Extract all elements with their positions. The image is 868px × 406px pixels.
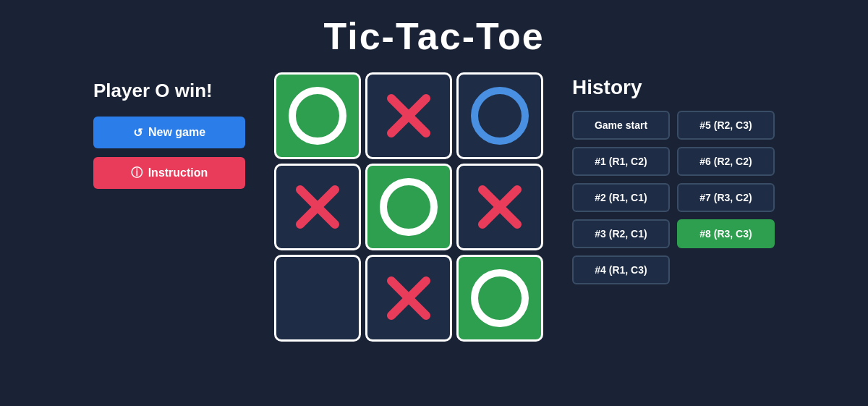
info-icon: ⓘ xyxy=(131,166,142,181)
history-item-3[interactable]: #3 (R2, C1) xyxy=(572,219,670,248)
x-symbol-3 xyxy=(289,178,346,236)
x-symbol-1 xyxy=(380,87,438,145)
history-left-col: Game start #1 (R1, C2) #2 (R1, C1) #3 (R… xyxy=(572,111,670,284)
instruction-label: Instruction xyxy=(148,166,208,179)
cell-5[interactable] xyxy=(456,164,543,250)
cell-0[interactable] xyxy=(274,72,361,159)
x-symbol-7 xyxy=(380,269,438,327)
cell-6[interactable] xyxy=(274,255,361,342)
x-symbol-5 xyxy=(471,178,529,236)
history-item-5[interactable]: #5 (R2, C3) xyxy=(677,111,775,140)
history-grid: Game start #1 (R1, C2) #2 (R1, C1) #3 (R… xyxy=(572,111,775,284)
o-symbol-8 xyxy=(471,269,529,327)
refresh-icon: ↺ xyxy=(133,126,142,140)
history-item-8[interactable]: #8 (R3, C3) xyxy=(677,219,775,248)
history-item-4[interactable]: #4 (R1, C3) xyxy=(572,255,670,284)
page-title: Tic-Tac-Toe xyxy=(323,14,544,58)
o-symbol-4 xyxy=(380,178,438,236)
main-content: Player O win! ↺ New game ⓘ Instruction xyxy=(14,72,854,342)
history-item-1[interactable]: #1 (R1, C2) xyxy=(572,147,670,176)
history-item-game-start[interactable]: Game start xyxy=(572,111,670,140)
new-game-button[interactable]: ↺ New game xyxy=(93,117,245,148)
instruction-button[interactable]: ⓘ Instruction xyxy=(93,157,245,189)
o-symbol-2 xyxy=(471,87,529,145)
new-game-label: New game xyxy=(148,126,205,139)
win-message: Player O win! xyxy=(93,80,213,102)
cell-3[interactable] xyxy=(274,164,361,250)
history-item-2[interactable]: #2 (R1, C1) xyxy=(572,183,670,212)
left-panel: Player O win! ↺ New game ⓘ Instruction xyxy=(93,72,245,198)
cell-4[interactable] xyxy=(365,164,452,250)
history-panel: History Game start #1 (R1, C2) #2 (R1, C… xyxy=(572,72,775,284)
history-item-7[interactable]: #7 (R3, C2) xyxy=(677,183,775,212)
history-item-6[interactable]: #6 (R2, C2) xyxy=(677,147,775,176)
history-title: History xyxy=(572,76,775,99)
history-right-col: #5 (R2, C3) #6 (R2, C2) #7 (R3, C2) #8 (… xyxy=(677,111,775,284)
cell-8[interactable] xyxy=(456,255,543,342)
cell-7[interactable] xyxy=(365,255,452,342)
o-symbol-0 xyxy=(289,87,346,145)
cell-2[interactable] xyxy=(456,72,543,159)
game-board xyxy=(274,72,543,342)
cell-1[interactable] xyxy=(365,72,452,159)
